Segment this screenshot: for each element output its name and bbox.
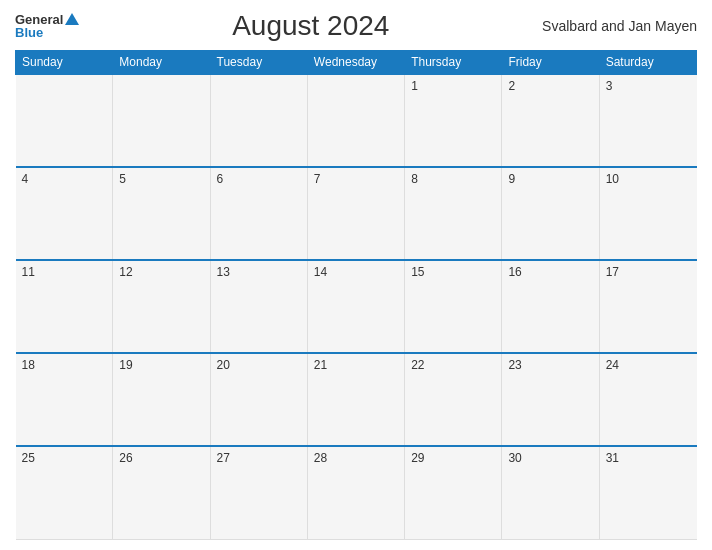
calendar-cell: 27 [210,446,307,539]
calendar-cell: 16 [502,260,599,353]
calendar-table: SundayMondayTuesdayWednesdayThursdayFrid… [15,50,697,540]
calendar-week-3: 11121314151617 [16,260,697,353]
calendar-cell: 13 [210,260,307,353]
day-number: 30 [508,451,521,465]
day-number: 14 [314,265,327,279]
day-number: 10 [606,172,619,186]
calendar-cell: 8 [405,167,502,260]
day-number: 17 [606,265,619,279]
calendar-cell: 19 [113,353,210,446]
calendar-cell: 29 [405,446,502,539]
day-number: 11 [22,265,35,279]
calendar-cell: 1 [405,74,502,167]
day-number: 7 [314,172,321,186]
calendar-cell: 26 [113,446,210,539]
day-number: 24 [606,358,619,372]
calendar-page: General Blue August 2024 Svalbard and Ja… [0,0,712,550]
day-number: 21 [314,358,327,372]
calendar-week-1: 123 [16,74,697,167]
calendar-cell [113,74,210,167]
day-number: 29 [411,451,424,465]
day-number: 19 [119,358,132,372]
day-number: 22 [411,358,424,372]
day-number: 31 [606,451,619,465]
day-number: 6 [217,172,224,186]
weekday-header-row: SundayMondayTuesdayWednesdayThursdayFrid… [16,51,697,75]
day-number: 15 [411,265,424,279]
logo: General Blue [15,13,79,39]
calendar-week-2: 45678910 [16,167,697,260]
day-number: 4 [22,172,29,186]
weekday-header-tuesday: Tuesday [210,51,307,75]
calendar-cell: 9 [502,167,599,260]
day-number: 2 [508,79,515,93]
calendar-cell: 28 [307,446,404,539]
calendar-cell: 22 [405,353,502,446]
calendar-cell: 5 [113,167,210,260]
calendar-cell: 7 [307,167,404,260]
day-number: 8 [411,172,418,186]
calendar-header: General Blue August 2024 Svalbard and Ja… [15,10,697,42]
day-number: 12 [119,265,132,279]
weekday-header-friday: Friday [502,51,599,75]
weekday-header-monday: Monday [113,51,210,75]
day-number: 26 [119,451,132,465]
day-number: 25 [22,451,35,465]
calendar-cell: 6 [210,167,307,260]
day-number: 5 [119,172,126,186]
calendar-cell: 18 [16,353,113,446]
calendar-cell: 4 [16,167,113,260]
day-number: 13 [217,265,230,279]
logo-triangle-icon [65,13,79,25]
calendar-cell: 11 [16,260,113,353]
calendar-cell: 15 [405,260,502,353]
calendar-cell: 20 [210,353,307,446]
weekday-header-sunday: Sunday [16,51,113,75]
day-number: 20 [217,358,230,372]
day-number: 27 [217,451,230,465]
calendar-cell: 2 [502,74,599,167]
calendar-cell: 12 [113,260,210,353]
calendar-cell: 21 [307,353,404,446]
calendar-cell: 14 [307,260,404,353]
calendar-title: August 2024 [232,10,389,42]
calendar-week-4: 18192021222324 [16,353,697,446]
logo-blue-text: Blue [15,26,79,39]
calendar-cell: 17 [599,260,696,353]
day-number: 28 [314,451,327,465]
day-number: 3 [606,79,613,93]
calendar-cell: 30 [502,446,599,539]
day-number: 23 [508,358,521,372]
day-number: 18 [22,358,35,372]
day-number: 1 [411,79,418,93]
day-number: 9 [508,172,515,186]
calendar-cell [210,74,307,167]
weekday-header-thursday: Thursday [405,51,502,75]
calendar-cell [16,74,113,167]
calendar-cell: 24 [599,353,696,446]
weekday-header-wednesday: Wednesday [307,51,404,75]
calendar-cell [307,74,404,167]
weekday-header-saturday: Saturday [599,51,696,75]
calendar-cell: 31 [599,446,696,539]
calendar-cell: 3 [599,74,696,167]
calendar-cell: 23 [502,353,599,446]
calendar-week-5: 25262728293031 [16,446,697,539]
day-number: 16 [508,265,521,279]
calendar-cell: 25 [16,446,113,539]
region-label: Svalbard and Jan Mayen [542,18,697,34]
calendar-cell: 10 [599,167,696,260]
